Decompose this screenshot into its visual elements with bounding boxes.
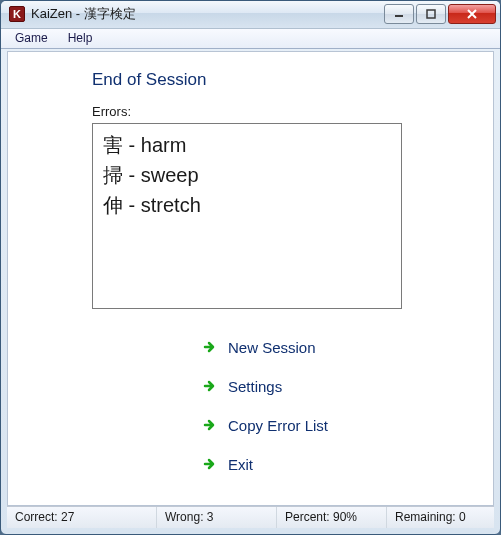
- arrow-right-icon: [202, 417, 218, 433]
- svg-rect-1: [427, 10, 435, 18]
- menu-game[interactable]: Game: [5, 29, 58, 47]
- arrow-right-icon: [202, 456, 218, 472]
- window-controls: [384, 4, 496, 24]
- minimize-button[interactable]: [384, 4, 414, 24]
- maximize-button[interactable]: [416, 4, 446, 24]
- menubar: Game Help: [1, 29, 500, 49]
- status-remaining: Remaining: 0: [387, 507, 494, 528]
- statusbar: Correct: 27 Wrong: 3 Percent: 90% Remain…: [7, 506, 494, 528]
- app-icon: K: [9, 6, 25, 22]
- arrow-right-icon: [202, 339, 218, 355]
- maximize-icon: [426, 9, 436, 19]
- arrow-right-icon: [202, 378, 218, 394]
- close-button[interactable]: [448, 4, 496, 24]
- content: End of Session Errors: 害 - harm 掃 - swee…: [8, 52, 493, 505]
- settings-link[interactable]: Settings: [202, 378, 469, 395]
- error-item: 伸 - stretch: [103, 190, 391, 220]
- action-label: Copy Error List: [228, 417, 328, 434]
- action-label: New Session: [228, 339, 316, 356]
- titlebar[interactable]: K KaiZen - 漢字検定: [1, 1, 500, 29]
- action-label: Exit: [228, 456, 253, 473]
- errors-list: 害 - harm 掃 - sweep 伸 - stretch: [92, 123, 402, 309]
- error-item: 掃 - sweep: [103, 160, 391, 190]
- exit-link[interactable]: Exit: [202, 456, 469, 473]
- action-label: Settings: [228, 378, 282, 395]
- svg-rect-0: [395, 15, 403, 17]
- close-icon: [466, 9, 478, 19]
- menu-help[interactable]: Help: [58, 29, 103, 47]
- error-item: 害 - harm: [103, 130, 391, 160]
- actions: New Session Settings Copy Error List: [202, 339, 469, 473]
- status-wrong: Wrong: 3: [157, 507, 277, 528]
- new-session-link[interactable]: New Session: [202, 339, 469, 356]
- status-percent: Percent: 90%: [277, 507, 387, 528]
- window-title: KaiZen - 漢字検定: [31, 5, 384, 23]
- app-window: K KaiZen - 漢字検定 Game Help End of Session…: [0, 0, 501, 535]
- client-area: End of Session Errors: 害 - harm 掃 - swee…: [7, 51, 494, 506]
- minimize-icon: [394, 9, 404, 19]
- errors-label: Errors:: [92, 104, 469, 119]
- session-heading: End of Session: [92, 70, 469, 90]
- copy-errors-link[interactable]: Copy Error List: [202, 417, 469, 434]
- status-correct: Correct: 27: [7, 507, 157, 528]
